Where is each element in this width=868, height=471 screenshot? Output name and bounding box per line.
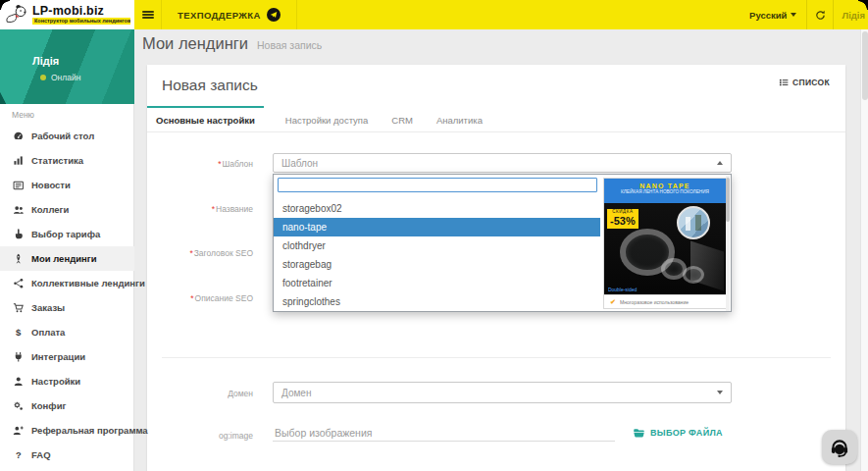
chevron-down-icon	[717, 391, 723, 394]
topbar-right: Русский Лідія	[740, 0, 868, 29]
file-select-button[interactable]: ВЫБОР ФАЙЛА	[633, 424, 723, 442]
list-button[interactable]: СПИСОК	[779, 78, 830, 87]
sidebar-item-statistics[interactable]: Статистика	[0, 148, 134, 173]
sidebar-item-faq[interactable]: FAQ	[0, 443, 134, 467]
tab-main-settings[interactable]: Основные настройки	[147, 106, 264, 131]
support-link[interactable]: ТЕХПОДДЕРЖКА	[161, 0, 297, 29]
sidebar-item-integrations[interactable]: Интеграции	[0, 344, 134, 369]
tab-access-settings[interactable]: Настройки доступа	[274, 106, 380, 131]
user-status: Онлайн	[40, 73, 80, 82]
template-option[interactable]: clothdryer	[274, 236, 600, 255]
og-image-field-label: og:image	[147, 431, 253, 441]
template-options-list: storagebox02 nano-tape clothdryer storag…	[274, 199, 600, 311]
sidebar-item-payment[interactable]: Оплата	[0, 320, 134, 344]
support-widget-button[interactable]	[822, 430, 857, 464]
tab-crm[interactable]: CRM	[380, 106, 425, 131]
collective-landings-icon	[12, 277, 25, 289]
headset-icon	[829, 437, 850, 458]
sidebar-item-colleagues[interactable]: Коллеги	[0, 197, 134, 222]
template-option[interactable]: storagebox02	[274, 199, 600, 218]
sidebar-item-news[interactable]: Новости	[0, 173, 134, 197]
domain-select[interactable]: Домен	[273, 382, 732, 403]
preview-footer-text: Многоразовое использование	[620, 299, 689, 305]
sidebar-item-label: Мои лендинги	[31, 253, 97, 264]
app-window: LP-mobi.biz Конструктор мобильных лендин…	[0, 0, 868, 471]
template-option[interactable]: footretainer	[274, 274, 600, 292]
logo-tagline: Конструктор мобильных лендингов	[32, 18, 130, 25]
logo-name: LP-mobi.biz	[32, 5, 130, 17]
required-asterisk: *	[218, 159, 221, 169]
template-search-input[interactable]	[278, 178, 597, 192]
sidebar-item-label: Выбор тарифа	[31, 229, 100, 239]
sidebar-toggle-button[interactable]	[134, 0, 161, 29]
telegram-icon	[267, 8, 281, 22]
tab-label: CRM	[391, 115, 413, 126]
sidebar-item-my-landings[interactable]: Мои лендинги	[0, 246, 134, 271]
page-scrollbar[interactable]	[860, 29, 868, 471]
sidebar-item-tariff[interactable]: Выбор тарифа	[0, 222, 134, 246]
folder-icon	[633, 427, 645, 439]
logo[interactable]: LP-mobi.biz Конструктор мобильных лендин…	[0, 0, 134, 29]
template-dropdown-panel: storagebox02 nano-tape clothdryer storag…	[273, 174, 732, 312]
sidebar-menu: Рабочий стол Статистика Новости Коллеги …	[0, 124, 134, 467]
domain-field-label: Домен	[147, 389, 253, 398]
stats-icon	[12, 154, 25, 167]
list-button-label: СПИСОК	[792, 78, 830, 87]
dropdown-scrollbar-thumb[interactable]	[726, 178, 730, 222]
sidebar-item-label: Новости	[31, 180, 71, 190]
chevron-up-icon	[717, 161, 723, 165]
sidebar-item-settings[interactable]: Настройки	[0, 369, 134, 393]
referral-icon	[12, 424, 25, 437]
preview-header: NANO TAPE КЛЕЙКАЯ ЛЕНТА НОВОГО ПОКОЛЕНИЯ	[604, 179, 726, 203]
preview-title: NANO TAPE	[604, 179, 726, 189]
tab-label: Настройки доступа	[285, 115, 368, 126]
user-panel: Лідія Онлайн	[0, 29, 134, 104]
sidebar-item-orders[interactable]: Заказы	[0, 295, 134, 320]
template-field-label: *Шаблон	[147, 159, 253, 169]
template-option[interactable]: storagebag	[274, 255, 600, 274]
landings-icon	[12, 252, 25, 265]
tab-analytics[interactable]: Аналитика	[425, 106, 494, 131]
seo-title-field-label: *Заголовок SEO	[147, 248, 253, 258]
tab-label: Аналитика	[436, 115, 483, 126]
dropdown-scrollbar[interactable]	[726, 176, 730, 312]
sidebar-item-dashboard[interactable]: Рабочий стол	[0, 124, 134, 148]
sidebar-item-label: Интеграции	[31, 351, 85, 362]
template-option[interactable]: springclothes	[274, 292, 600, 311]
preview-note: Double-sided	[608, 288, 637, 292]
og-image-input[interactable]	[273, 424, 615, 442]
required-asterisk: *	[189, 248, 192, 258]
tab-bar: Основные настройки Настройки доступа CRM…	[147, 106, 845, 132]
menu-section-label: Меню	[12, 110, 34, 120]
sidebar-item-collective-landings[interactable]: Коллективные лендинги	[0, 271, 134, 295]
page-scrollbar-thumb[interactable]	[862, 31, 868, 100]
colleagues-icon	[12, 203, 25, 216]
sidebar-item-label: Коллективные лендинги	[31, 278, 145, 288]
breadcrumb: Новая запись	[257, 39, 322, 51]
language-dropdown[interactable]: Русский	[740, 0, 806, 29]
name-field-label: *Название	[147, 204, 253, 214]
user-name: Лідія	[32, 55, 59, 67]
refresh-button[interactable]	[807, 0, 833, 29]
sidebar-item-label: Коллеги	[31, 204, 69, 215]
template-select-placeholder: Шаблон	[281, 158, 717, 169]
domain-select-placeholder: Домен	[281, 388, 717, 398]
template-select[interactable]: Шаблон	[273, 153, 732, 173]
template-option-selected[interactable]: nano-tape	[274, 218, 600, 236]
preview-footer: ✔ Многоразовое использование	[604, 294, 726, 309]
seo-description-field-label: *Описание SEO	[147, 293, 253, 303]
sidebar: LP-mobi.biz Конструктор мобильных лендин…	[0, 0, 134, 471]
sidebar-item-label: Оплата	[31, 327, 65, 338]
sidebar-item-referral[interactable]: Реферальная программа	[0, 418, 134, 443]
sidebar-item-label: Конфиг	[31, 400, 66, 411]
faq-icon	[12, 448, 25, 461]
template-preview-image: NANO TAPE КЛЕЙКАЯ ЛЕНТА НОВОГО ПОКОЛЕНИЯ…	[603, 178, 727, 309]
user-status-label: Онлайн	[51, 73, 80, 82]
card-title: Новая запись	[162, 77, 258, 94]
sidebar-item-config[interactable]: Конфиг	[0, 393, 134, 418]
language-label: Русский	[749, 10, 787, 21]
new-record-card: Новая запись СПИСОК Основные настройки Н…	[147, 65, 845, 471]
hamburger-icon	[142, 10, 154, 21]
screen-corner	[0, 0, 10, 10]
sidebar-item-label: Настройки	[31, 376, 80, 387]
